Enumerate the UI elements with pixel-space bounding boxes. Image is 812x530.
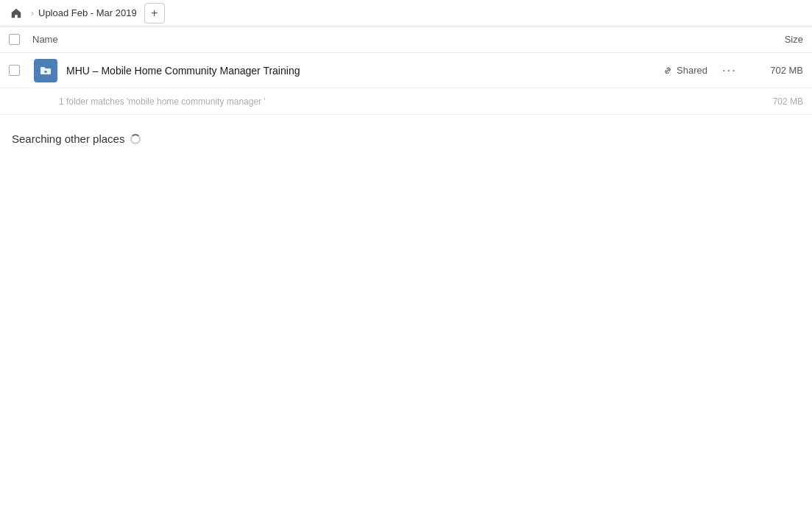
row-checkbox[interactable] [9,65,20,76]
loading-spinner [130,134,141,144]
link-icon [663,66,673,76]
add-button[interactable]: + [144,3,165,24]
breadcrumb-chevron: › [31,8,34,18]
searching-section: Searching other places [0,115,812,157]
match-info-row: 1 folder matches 'mobile home community … [0,88,812,115]
file-name: MHU – Mobile Home Community Manager Trai… [66,65,300,77]
file-meta-right: Shared ··· 702 MB [663,60,803,81]
row-checkbox-area[interactable] [9,65,32,76]
shared-badge: Shared [663,65,707,76]
searching-text: Searching other places [12,132,124,145]
searching-label: Searching other places [12,132,800,145]
home-button[interactable] [6,3,27,24]
select-all-checkbox[interactable] [9,34,20,45]
file-size: 702 MB [752,65,803,76]
folder-icon [34,59,57,82]
file-name-area: MHU – Mobile Home Community Manager Trai… [59,65,663,77]
column-header-size: Size [744,34,803,45]
more-options-button[interactable]: ··· [719,60,740,81]
table-row[interactable]: MHU – Mobile Home Community Manager Trai… [0,53,812,88]
breadcrumb-bar: › Upload Feb - Mar 2019 + [0,0,812,26]
select-all-checkbox-area[interactable] [9,34,32,45]
match-info-size: 702 MB [752,96,803,107]
column-header-name: Name [32,34,744,45]
column-headers: Name Size [0,26,812,53]
file-icon-area [32,59,59,82]
breadcrumb-label: Upload Feb - Mar 2019 [38,7,137,18]
shared-label: Shared [677,65,707,76]
match-info-text: 1 folder matches 'mobile home community … [59,96,752,107]
